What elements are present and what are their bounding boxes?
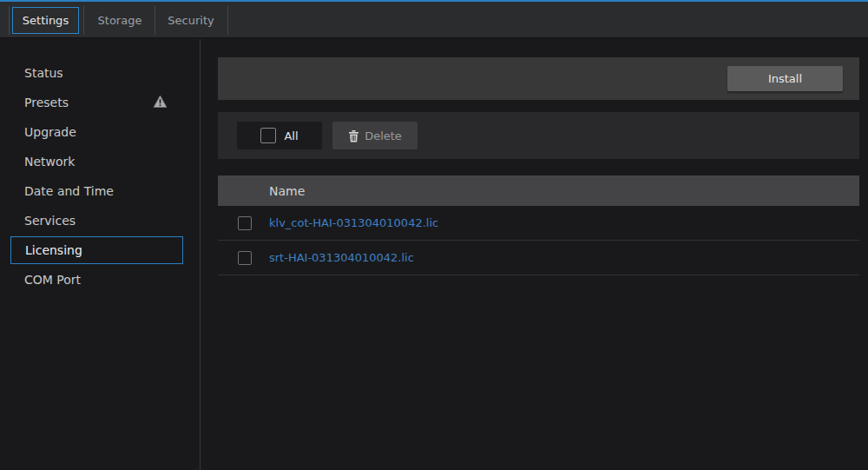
- tab-storage[interactable]: Storage: [86, 7, 154, 34]
- sidebar-item-network[interactable]: Network: [0, 147, 201, 176]
- selection-bar: All Delete: [218, 112, 859, 159]
- license-file-link[interactable]: klv_cot-HAI-031304010042.lic: [269, 216, 438, 229]
- sidebar-item-com-port[interactable]: COM Port: [0, 265, 201, 295]
- tab-divider: [227, 6, 228, 35]
- tab-divider: [9, 6, 10, 35]
- install-button[interactable]: Install: [727, 66, 843, 91]
- column-header-name: Name: [269, 184, 305, 198]
- row-checkbox[interactable]: [238, 251, 252, 265]
- sidebar-item-presets[interactable]: Presets: [0, 88, 201, 117]
- sidebar-item-services[interactable]: Services: [0, 206, 201, 235]
- table-row: srt-HAI-031304010042.lic: [218, 241, 859, 275]
- sidebar-item-status[interactable]: Status: [0, 58, 201, 88]
- warning-icon: [153, 95, 168, 111]
- delete-label: Delete: [365, 129, 402, 142]
- app-window: Settings Storage Security Status Presets…: [0, 0, 868, 470]
- sidebar-item-upgrade[interactable]: Upgrade: [0, 117, 201, 147]
- sidebar-item-licensing[interactable]: Licensing: [10, 236, 183, 264]
- sidebar-item-label: Presets: [24, 96, 69, 109]
- top-tab-bar: Settings Storage Security: [0, 0, 868, 38]
- license-table: Name klv_cot-HAI-031304010042.lic srt-HA…: [218, 175, 859, 275]
- tab-security[interactable]: Security: [155, 7, 227, 34]
- licensing-content: Install All Delete: [218, 39, 859, 470]
- sidebar-item-date-and-time[interactable]: Date and Time: [0, 176, 201, 206]
- delete-button[interactable]: Delete: [332, 122, 418, 149]
- tab-divider: [83, 6, 84, 35]
- row-checkbox[interactable]: [238, 216, 252, 230]
- table-row: klv_cot-HAI-031304010042.lic: [218, 206, 859, 241]
- license-file-link[interactable]: srt-HAI-031304010042.lic: [269, 251, 414, 264]
- trash-icon: [348, 129, 359, 142]
- install-toolbar: Install: [218, 57, 859, 100]
- table-header-row: Name: [218, 175, 859, 206]
- select-all-button[interactable]: All: [237, 122, 322, 149]
- select-all-checkbox[interactable]: [260, 128, 276, 143]
- select-all-label: All: [284, 129, 298, 142]
- tab-settings[interactable]: Settings: [12, 7, 79, 34]
- settings-sidebar: Status Presets Upgrade Network Date and …: [0, 39, 201, 470]
